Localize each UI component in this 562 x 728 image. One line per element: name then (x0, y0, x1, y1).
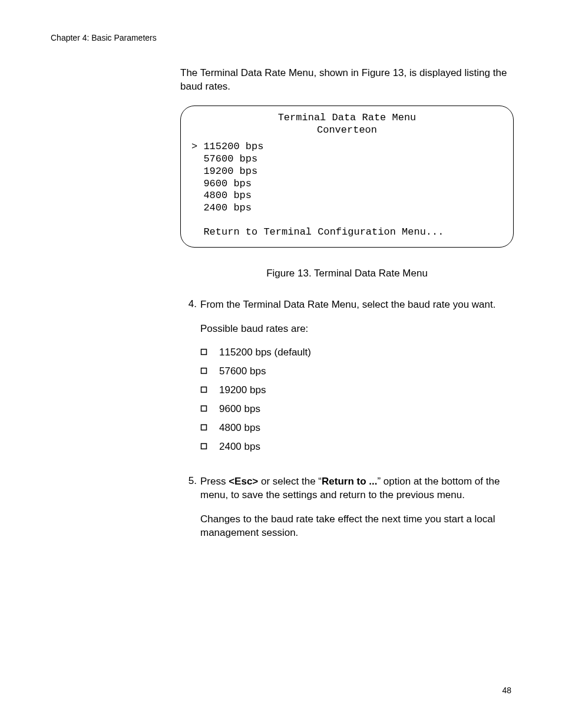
menu-item-3: 9600 bps (203, 178, 252, 189)
bullet-label: 19200 bps (219, 384, 266, 396)
list-item: 19200 bps (200, 384, 514, 396)
list-item: 2400 bps (200, 441, 514, 453)
menu-title-line-1: Terminal Data Rate Menu (191, 112, 503, 124)
svg-rect-6 (201, 444, 207, 449)
menu-item-4: 4800 bps (203, 190, 252, 201)
bullet-icon (200, 348, 219, 355)
step-4-line-2: Possible baud rates are: (200, 322, 514, 336)
list-item: 9600 bps (200, 403, 514, 415)
list-item: 4800 bps (200, 422, 514, 434)
bullet-icon (200, 386, 219, 393)
bullet-icon (200, 367, 219, 374)
baud-rate-list: 115200 bps (default) 57600 bps 19200 bps… (200, 347, 514, 453)
bullet-icon (200, 443, 219, 450)
menu-item-2: 19200 bps (203, 166, 257, 177)
menu-cursor: > (191, 141, 197, 152)
step-4-line-1: From the Terminal Data Rate Menu, select… (200, 298, 514, 312)
bullet-label: 57600 bps (219, 365, 266, 377)
step-5-number: 5. (180, 475, 200, 540)
step-5-line-1: Press <Esc> or select the “Return to ...… (200, 475, 514, 502)
svg-rect-3 (201, 387, 207, 393)
content-area: The Terminal Data Rate Menu, shown in Fi… (180, 67, 514, 552)
bullet-label: 4800 bps (219, 422, 260, 434)
svg-rect-5 (201, 425, 207, 430)
chapter-header: Chapter 4: Basic Parameters (51, 33, 157, 42)
step-4: 4. From the Terminal Data Rate Menu, sel… (180, 298, 514, 463)
return-to-text: Return to ... (322, 476, 377, 487)
menu-item-0: 115200 bps (203, 141, 263, 152)
menu-title-line-2: Converteon (191, 124, 503, 137)
intro-paragraph: The Terminal Data Rate Menu, shown in Fi… (180, 67, 514, 94)
bullet-label: 2400 bps (219, 441, 260, 453)
svg-rect-1 (203, 351, 205, 353)
list-item: 57600 bps (200, 365, 514, 377)
bullet-icon (200, 405, 219, 412)
bullet-label: 9600 bps (219, 403, 260, 415)
step-5: 5. Press <Esc> or select the “Return to … (180, 475, 514, 540)
menu-item-5: 2400 bps (203, 202, 252, 213)
svg-rect-2 (201, 368, 207, 374)
svg-rect-4 (201, 406, 207, 411)
step-4-number: 4. (180, 298, 200, 463)
page-number: 48 (502, 686, 511, 695)
figure-caption: Figure 13. Terminal Data Rate Menu (180, 268, 514, 279)
esc-key: <Esc> (229, 476, 258, 487)
step-5-line-2: Changes to the baud rate take effect the… (200, 513, 514, 540)
bullet-label: 115200 bps (default) (219, 347, 311, 358)
list-item: 115200 bps (default) (200, 347, 514, 358)
bullet-icon (200, 424, 219, 431)
terminal-menu-box: Terminal Data Rate Menu Converteon > 115… (180, 106, 514, 248)
menu-return-line: Return to Terminal Configuration Menu... (203, 226, 444, 238)
menu-item-1: 57600 bps (203, 153, 257, 164)
